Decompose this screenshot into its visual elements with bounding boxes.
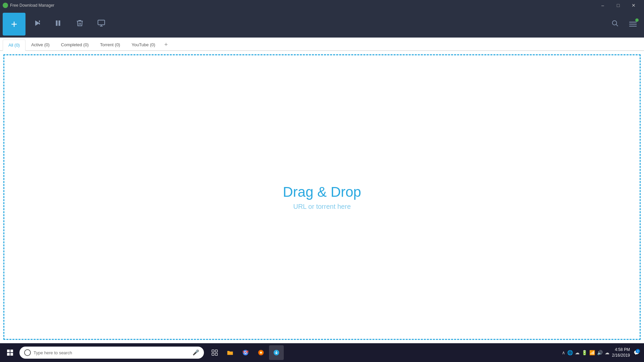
trash-icon xyxy=(76,19,84,29)
clock-time: 4:58 PM xyxy=(612,347,630,353)
search-icon xyxy=(611,19,619,29)
microphone-icon[interactable]: 🎤 xyxy=(193,349,199,356)
pause-button[interactable] xyxy=(48,14,68,34)
title-bar: Free Download Manager – □ ✕ xyxy=(0,0,644,11)
delete-button[interactable] xyxy=(70,14,90,34)
onedrive-icon[interactable]: ☁ xyxy=(605,350,609,355)
taskbar: Type here to search 🎤 xyxy=(0,343,644,362)
taskbar-icons xyxy=(207,345,284,360)
search-circle-icon xyxy=(24,349,31,356)
tab-active[interactable]: Active (0) xyxy=(25,39,55,50)
start-button[interactable] xyxy=(1,343,19,362)
tab-torrent[interactable]: Torrent (0) xyxy=(94,39,126,50)
resume-button[interactable] xyxy=(27,14,47,34)
fdm-taskbar-button[interactable] xyxy=(269,345,284,360)
svg-rect-1 xyxy=(39,20,40,22)
svg-rect-2 xyxy=(39,23,40,24)
maximize-button[interactable]: □ xyxy=(610,0,626,11)
firefox-button[interactable] xyxy=(254,345,268,360)
volume-icon[interactable]: 🔊 xyxy=(597,350,603,355)
battery-icon[interactable]: 🔋 xyxy=(582,350,587,355)
tabs-bar: All (0) Active (0) Completed (0) Torrent… xyxy=(0,38,644,51)
svg-rect-17 xyxy=(212,350,214,352)
svg-rect-18 xyxy=(215,350,218,352)
notification-dot xyxy=(635,18,639,22)
svg-rect-9 xyxy=(98,20,105,25)
search-button[interactable] xyxy=(606,16,623,33)
notification-count: 2 xyxy=(636,349,640,353)
svg-line-13 xyxy=(616,24,618,26)
minimize-button[interactable]: – xyxy=(595,0,610,11)
file-explorer-button[interactable] xyxy=(223,345,237,360)
system-clock[interactable]: 4:58 PM 2/16/2019 xyxy=(612,347,630,358)
drag-drop-title: Drag & Drop xyxy=(283,184,361,200)
plus-icon: + xyxy=(11,19,17,29)
play-icon xyxy=(33,19,41,29)
add-download-button[interactable]: + xyxy=(3,13,25,36)
tray-expand-icon[interactable]: ∧ xyxy=(562,350,565,355)
svg-point-23 xyxy=(245,352,247,354)
clock-date: 2/16/2019 xyxy=(612,353,630,358)
svg-rect-3 xyxy=(56,20,57,26)
drop-zone[interactable]: Drag & Drop URL or torrent here xyxy=(3,54,641,340)
svg-rect-19 xyxy=(212,353,214,356)
app-icon xyxy=(3,3,8,8)
task-view-button[interactable] xyxy=(207,345,222,360)
svg-rect-4 xyxy=(59,20,60,26)
toolbar: + xyxy=(0,11,644,38)
add-tab-button[interactable]: + xyxy=(161,39,171,50)
tab-completed[interactable]: Completed (0) xyxy=(55,39,94,50)
tab-youtube[interactable]: YouTube (0) xyxy=(126,39,161,50)
notification-center-button[interactable]: 💬 2 xyxy=(633,349,640,356)
taskbar-search-placeholder: Type here to search xyxy=(34,350,190,355)
drag-drop-subtitle: URL or torrent here xyxy=(293,203,351,210)
close-button[interactable]: ✕ xyxy=(626,0,641,11)
scheduler-button[interactable] xyxy=(91,14,111,34)
monitor-icon xyxy=(97,19,105,29)
title-text: Free Download Manager xyxy=(10,3,54,8)
svg-point-26 xyxy=(260,352,262,354)
main-content: Drag & Drop URL or torrent here xyxy=(0,51,644,343)
tab-all[interactable]: All (0) xyxy=(3,40,25,51)
title-bar-left: Free Download Manager xyxy=(3,3,54,8)
system-tray: ∧ 🌐 ☁ 🔋 📶 🔊 ☁ xyxy=(562,350,609,355)
menu-button[interactable] xyxy=(625,16,641,33)
hamburger-icon xyxy=(629,22,637,26)
svg-point-12 xyxy=(612,21,617,25)
toolbar-right xyxy=(606,16,641,33)
svg-rect-20 xyxy=(215,353,218,356)
network-icon[interactable]: 🌐 xyxy=(567,350,573,355)
chrome-button[interactable] xyxy=(238,345,253,360)
wifi-icon[interactable]: 📶 xyxy=(589,350,595,355)
taskbar-right: ∧ 🌐 ☁ 🔋 📶 🔊 ☁ 4:58 PM 2/16/2019 💬 2 xyxy=(562,347,643,358)
taskbar-search-bar[interactable]: Type here to search 🎤 xyxy=(19,347,204,359)
cloud-icon[interactable]: ☁ xyxy=(575,350,580,355)
title-bar-controls: – □ ✕ xyxy=(595,0,641,11)
pause-icon xyxy=(54,19,62,29)
windows-logo-icon xyxy=(7,350,13,356)
